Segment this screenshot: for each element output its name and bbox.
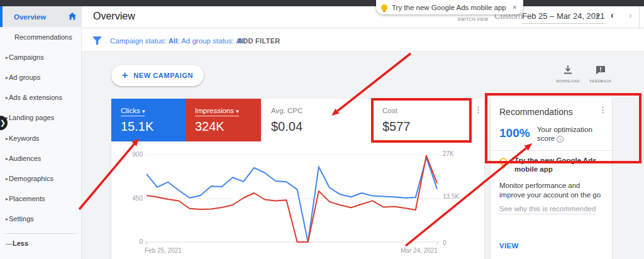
filter-adgroup-label: Ad group status: (181, 37, 234, 45)
metric-card-avg-cpc[interactable]: Avg. CPC $0.04 (261, 99, 372, 141)
view-button[interactable]: VIEW (499, 242, 519, 250)
recommendations-menu-icon[interactable]: ⋮ (599, 108, 607, 112)
sidebar-item-label: Overview (14, 13, 46, 21)
chevron-down-icon: ▾ (236, 108, 239, 114)
new-campaign-button[interactable]: + NEW CAMPAIGN (111, 65, 204, 86)
sidebar-item-audiences[interactable]: ▸ Audiences (0, 153, 82, 164)
metric-card-cost[interactable]: Cost $577 (372, 99, 471, 141)
expand-arrow-icon: ▸ (0, 156, 9, 162)
optimization-score-label: Your optimization score ? (537, 125, 606, 143)
active-filters[interactable]: Campaign status: All; Ad group status: A… (110, 37, 245, 45)
expand-arrow-icon: ▸ (0, 95, 9, 101)
mobile-app-toast: Try the new Google Ads mobile app × (376, 0, 523, 14)
sidebar-item-overview[interactable]: Overview (0, 6, 82, 27)
sidebar-item-label: Landing pages (9, 114, 54, 121)
metric-value: $577 (382, 119, 471, 134)
series-clicks (147, 158, 437, 242)
download-button[interactable]: DOWNLOAD (552, 65, 584, 83)
sidebar-item-label: Less (9, 240, 28, 247)
recommendations-title: Recommendations (499, 107, 573, 117)
expand-arrow-icon: ▸ (0, 136, 9, 141)
feedback-label: FEEDBACK (585, 79, 616, 83)
date-next-button[interactable]: › (629, 10, 632, 20)
metric-card-impressions[interactable]: Impressions ▾ 324K (186, 99, 261, 141)
feedback-button[interactable]: FEEDBACK (585, 65, 616, 83)
sidebar-item-label: Settings (9, 215, 34, 223)
plus-icon: + (122, 70, 128, 81)
sidebar-item-demographics[interactable]: ▸ Demographics (0, 173, 82, 184)
metric-label: Cost (382, 107, 471, 114)
sidebar-item-label: Ads & extensions (9, 94, 62, 101)
filter-funnel-icon (92, 36, 102, 45)
minus-icon: — (0, 240, 9, 247)
sidebar-item-ads-extensions[interactable]: ▸ Ads & extensions (0, 92, 82, 103)
metric-card-clicks[interactable]: Clicks ▾ 15.1K (111, 99, 186, 141)
sidebar-item-label: Placements (9, 195, 45, 202)
download-label: DOWNLOAD (552, 79, 584, 83)
score-label-line1: Your optimization (537, 126, 592, 133)
metric-label: Avg. CPC (271, 107, 372, 114)
sidebar-nav: Overview Recommendations ▸ Campaigns ▸ A… (0, 6, 82, 259)
help-icon[interactable]: ? (557, 136, 564, 143)
metric-value: 15.1K (121, 119, 186, 134)
performance-chart-card: Clicks ▾ 15.1K Impressions ▾ 324K Avg. C… (111, 99, 484, 259)
date-prev-button[interactable]: ‹ (611, 10, 614, 20)
sidebar-item-keywords[interactable]: ▸ Keywords (0, 133, 82, 144)
sidebar-item-label: Campaigns (9, 53, 44, 61)
expand-arrow-icon: ▸ (0, 75, 9, 80)
chart-menu-icon[interactable]: ⋮ (474, 108, 482, 112)
new-campaign-label: NEW CAMPAIGN (133, 72, 193, 79)
chevron-down-icon: ▾ (142, 108, 145, 114)
metric-label: Clicks (121, 107, 140, 114)
recommendation-item-body: Monitor performance and improve your acc… (499, 181, 608, 200)
filter-campaign-label: Campaign status: (110, 37, 167, 45)
optimization-score-value: 100% (499, 126, 530, 140)
sidebar-item-label: Audiences (9, 155, 41, 162)
sidebar-item-placements[interactable]: ▸ Placements (0, 193, 82, 204)
see-why-link[interactable]: See why this is recommended (499, 205, 596, 214)
sidebar-item-ad-groups[interactable]: ▸ Ad groups (0, 72, 82, 83)
add-filter-button[interactable]: ADD FILTER (238, 37, 280, 45)
expand-arrow-icon: ▸ (0, 176, 9, 182)
sidebar-item-label: Demographics (9, 175, 53, 182)
timeseries-chart[interactable] (111, 141, 484, 259)
expand-arrow-icon: ▸ (0, 55, 9, 60)
card-divider (491, 150, 612, 151)
sidebar-item-landing-pages[interactable]: ▸ Landing pages (0, 112, 82, 123)
metric-value: $0.04 (271, 119, 372, 134)
sidebar-item-campaigns[interactable]: ▸ Campaigns (0, 52, 82, 63)
download-icon (563, 65, 573, 75)
browser-top-strip (0, 0, 644, 6)
metric-label: Impressions (195, 107, 234, 114)
sidebar-divider (5, 233, 77, 234)
date-range-selector[interactable]: Feb 25 – Mar 24, 2021 (522, 11, 605, 24)
metric-value: 324K (195, 119, 261, 134)
sidebar-item-label: Ad groups (9, 74, 40, 81)
sidebar-item-label: Keywords (9, 135, 39, 142)
recommendations-card: Recommendations ⋮ 100% Your optimization… (491, 97, 612, 259)
chevron-down-icon[interactable]: ▾ (596, 12, 600, 20)
filter-campaign-value: All (169, 37, 178, 45)
score-label-line2: score (537, 135, 555, 142)
page-title: Overview (93, 11, 135, 22)
expand-arrow-icon: ▸ (0, 196, 9, 202)
sidebar-item-settings[interactable]: ▸ Settings (0, 213, 82, 224)
sidebar-item-recommendations[interactable]: Recommendations (0, 31, 82, 43)
recommendation-item-title[interactable]: Try the new Google Ads mobile app (514, 156, 606, 174)
lightbulb-icon (381, 4, 387, 11)
sidebar-item-less[interactable]: — Less (0, 238, 82, 249)
sidebar-item-label: Recommendations (0, 33, 72, 41)
expand-arrow-icon: ▸ (0, 216, 9, 222)
home-icon (68, 12, 77, 21)
switch-view-label: SWITCH VIEW (455, 17, 491, 21)
feedback-icon (596, 65, 606, 75)
close-icon[interactable]: × (513, 3, 517, 12)
toast-text: Try the new Google Ads mobile app (392, 4, 506, 11)
lightbulb-outline-icon (499, 158, 508, 170)
google-ads-overview-screen: Overview Recommendations ▸ Campaigns ▸ A… (0, 0, 644, 259)
